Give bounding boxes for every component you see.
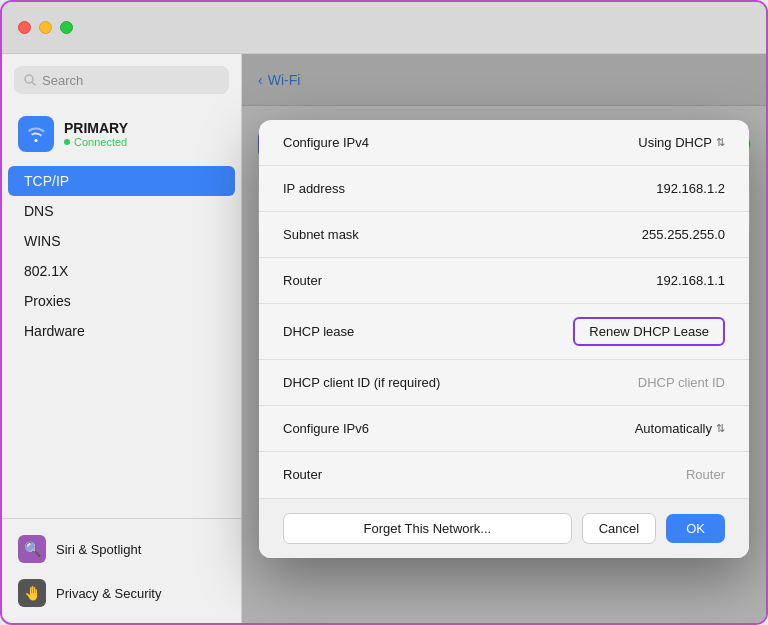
router-value: 192.168.1.1 [656,273,725,288]
privacy-icon: 🤚 [18,579,46,607]
router-ipv6-value: Router [686,467,725,482]
sidebar-bottom: 🔍 Siri & Spotlight 🤚 Privacy & Security [2,518,241,623]
sidebar-item-hardware[interactable]: Hardware [8,316,235,346]
configure-ipv6-select[interactable]: Automatically ⇅ [635,421,725,436]
maximize-button[interactable] [60,21,73,34]
router-ipv6-row: Router Router [259,452,749,498]
main-content: ‹ Wi-Fi Wi-Fi [242,54,766,623]
modal: Configure IPv4 Using DHCP ⇅ IP address 1… [259,120,749,558]
subnet-mask-label: Subnet mask [283,227,642,242]
router-ipv6-label: Router [283,467,686,482]
subnet-mask-row: Subnet mask 255.255.255.0 [259,212,749,258]
sidebar-item-proxies[interactable]: Proxies [8,286,235,316]
sidebar-item-dns[interactable]: DNS [8,196,235,226]
title-bar [2,2,766,54]
router-label: Router [283,273,656,288]
ip-address-row: IP address 192.168.1.2 [259,166,749,212]
configure-ipv4-select[interactable]: Using DHCP ⇅ [638,135,725,150]
ok-button[interactable]: OK [666,514,725,543]
configure-ipv4-label: Configure IPv4 [283,135,638,150]
cancel-button[interactable]: Cancel [582,513,656,544]
sidebar-item-privacy[interactable]: 🤚 Privacy & Security [2,571,241,615]
configure-ipv6-label: Configure IPv6 [283,421,635,436]
svg-line-1 [32,82,35,85]
sidebar-item-wins[interactable]: WINS [8,226,235,256]
ip-address-value: 192.168.1.2 [656,181,725,196]
network-info: PRIMARY Connected [64,120,128,148]
configure-ipv6-row: Configure IPv6 Automatically ⇅ [259,406,749,452]
configure-ipv6-value: Automatically [635,421,712,436]
dhcp-client-id-placeholder: DHCP client ID [638,375,725,390]
renew-dhcp-button[interactable]: Renew DHCP Lease [573,317,725,346]
search-bar[interactable]: Search [14,66,229,94]
search-placeholder: Search [42,73,83,88]
sidebar: Search PRIMARY Connected [2,54,242,623]
sidebar-item-siri[interactable]: 🔍 Siri & Spotlight [2,527,241,571]
content-area: Search PRIMARY Connected [2,54,766,623]
minimize-button[interactable] [39,21,52,34]
configure-ipv6-chevron: ⇅ [716,422,725,435]
sidebar-item-tcpip[interactable]: TCP/IP [8,166,235,196]
forget-network-button[interactable]: Forget This Network... [283,513,572,544]
status-dot [64,139,70,145]
traffic-lights [18,21,73,34]
modal-footer: Forget This Network... Cancel OK [259,498,749,558]
sidebar-item-8021x[interactable]: 802.1X [8,256,235,286]
nav-items: TCP/IP DNS WINS 802.1X Proxies Hardware [2,166,241,346]
ip-address-label: IP address [283,181,656,196]
search-icon [24,74,36,86]
subnet-mask-value: 255.255.255.0 [642,227,725,242]
network-status: Connected [64,136,128,148]
dhcp-lease-row: DHCP lease Renew DHCP Lease [259,304,749,360]
wifi-icon [25,125,47,143]
close-button[interactable] [18,21,31,34]
modal-body: Configure IPv4 Using DHCP ⇅ IP address 1… [259,120,749,498]
network-status-text: Connected [74,136,127,148]
siri-label: Siri & Spotlight [56,542,141,557]
network-item: PRIMARY Connected [2,106,241,162]
configure-ipv4-row: Configure IPv4 Using DHCP ⇅ [259,120,749,166]
network-icon-container [18,116,54,152]
siri-icon: 🔍 [18,535,46,563]
configure-ipv4-chevron: ⇅ [716,136,725,149]
dhcp-lease-label: DHCP lease [283,324,573,339]
main-window: Search PRIMARY Connected [0,0,768,625]
dhcp-client-id-label: DHCP client ID (if required) [283,375,638,390]
router-row: Router 192.168.1.1 [259,258,749,304]
dhcp-client-id-row: DHCP client ID (if required) DHCP client… [259,360,749,406]
network-name: PRIMARY [64,120,128,136]
modal-overlay: Configure IPv4 Using DHCP ⇅ IP address 1… [242,54,766,623]
privacy-label: Privacy & Security [56,586,161,601]
configure-ipv4-value: Using DHCP [638,135,712,150]
